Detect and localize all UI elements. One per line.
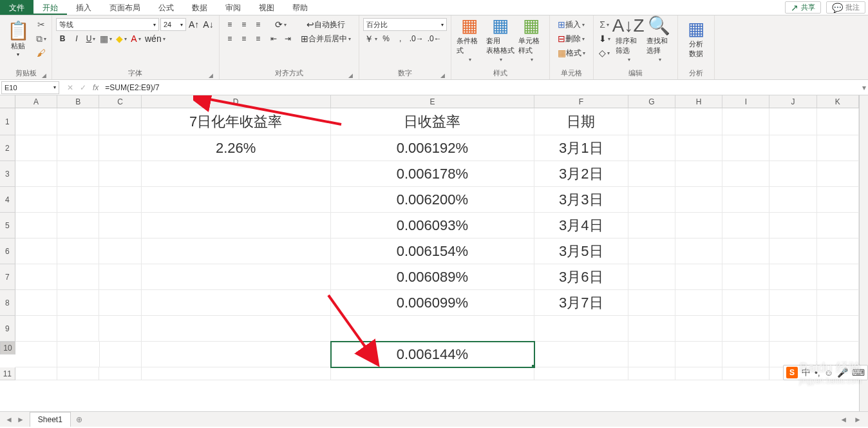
cell-E7[interactable]: 0.006089% — [331, 264, 535, 290]
cell-E11[interactable] — [331, 367, 535, 380]
formula-input[interactable]: =SUM(E2:E9)/7 — [102, 83, 860, 92]
cell-F10[interactable] — [534, 342, 628, 367]
font-color-button[interactable]: A — [129, 32, 142, 45]
cell-D3[interactable] — [142, 161, 331, 187]
sheet-prev-button[interactable]: ◄ — [5, 415, 13, 424]
cell-H10[interactable] — [675, 342, 722, 367]
align-left-button[interactable]: ≡ — [223, 32, 236, 45]
cell-I10[interactable] — [722, 342, 769, 367]
cell-A5[interactable] — [15, 213, 57, 238]
conditional-format-button[interactable]: ▦条件格式 — [455, 18, 484, 61]
cell-C7[interactable] — [99, 264, 141, 290]
cell-I3[interactable] — [722, 161, 769, 187]
col-header-H[interactable]: H — [675, 95, 722, 108]
cell-E9[interactable] — [331, 316, 535, 342]
cell-B3[interactable] — [57, 161, 99, 187]
cell-J3[interactable] — [769, 161, 816, 187]
cell-C6[interactable] — [99, 238, 141, 264]
cell-E2[interactable]: 0.006192% — [331, 135, 535, 161]
align-center-button[interactable]: ≡ — [238, 32, 250, 45]
merge-center-button[interactable]: ⊞合并后居中 — [297, 32, 355, 45]
col-header-I[interactable]: I — [722, 95, 769, 108]
tab-insert[interactable]: 插入 — [67, 0, 100, 15]
tab-data[interactable]: 数据 — [183, 0, 216, 15]
row-header-3[interactable]: 3 — [0, 161, 15, 187]
cell-I4[interactable] — [722, 187, 769, 213]
percent-button[interactable]: % — [380, 32, 393, 45]
col-header-G[interactable]: G — [628, 95, 675, 108]
cell-K3[interactable] — [817, 161, 859, 187]
ime-keyboard-icon[interactable]: ⌨ — [852, 367, 865, 378]
share-button[interactable]: ↗共享 — [785, 1, 821, 14]
cell-E1[interactable]: 日收益率 — [331, 108, 535, 135]
cell-F4[interactable]: 3月3日 — [534, 187, 628, 213]
cell-H9[interactable] — [675, 316, 722, 342]
comments-button[interactable]: 💬批注 — [826, 1, 865, 14]
cell-K9[interactable] — [817, 316, 859, 342]
ime-voice-icon[interactable]: 🎤 — [837, 367, 848, 378]
cell-F7[interactable]: 3月6日 — [534, 264, 628, 290]
font-dialog-launcher[interactable]: ◢ — [207, 70, 215, 78]
cell-G4[interactable] — [628, 187, 675, 213]
cell-J9[interactable] — [769, 316, 816, 342]
row-header-6[interactable]: 6 — [0, 238, 15, 264]
col-header-B[interactable]: B — [57, 95, 99, 108]
decrease-indent-button[interactable]: ⇤ — [267, 32, 280, 45]
cell-A3[interactable] — [15, 161, 57, 187]
cell-A4[interactable] — [15, 187, 57, 213]
cancel-formula-button[interactable]: ✕ — [64, 83, 76, 92]
cell-A11[interactable] — [15, 367, 57, 380]
cell-B11[interactable] — [57, 367, 99, 380]
cell-H5[interactable] — [675, 213, 722, 238]
cell-G6[interactable] — [628, 238, 675, 264]
fill-button[interactable]: ⬇ — [598, 32, 612, 45]
paste-button[interactable]: 📋 粘贴 ▾ — [4, 18, 32, 61]
ime-punct-icon[interactable]: •, — [815, 367, 820, 378]
cell-A10[interactable] — [15, 342, 57, 367]
row-header-5[interactable]: 5 — [0, 213, 15, 238]
align-middle-button[interactable]: ≡ — [238, 18, 250, 31]
number-format-select[interactable]: 百分比▾ — [363, 18, 447, 31]
cell-F3[interactable]: 3月2日 — [534, 161, 628, 187]
cell-I11[interactable] — [722, 367, 769, 380]
tab-help[interactable]: 帮助 — [283, 0, 317, 15]
cell-F8[interactable]: 3月7日 — [534, 290, 628, 316]
cell-J1[interactable] — [769, 108, 816, 135]
cell-styles-button[interactable]: ▦单元格样式 — [517, 18, 545, 61]
cell-I2[interactable] — [722, 135, 769, 161]
cell-D8[interactable] — [142, 290, 331, 316]
cell-I5[interactable] — [722, 213, 769, 238]
sheet-tab-1[interactable]: Sheet1 — [30, 412, 71, 427]
cell-D11[interactable] — [142, 367, 331, 380]
col-header-J[interactable]: J — [769, 95, 816, 108]
cell-C3[interactable] — [99, 161, 141, 187]
cell-D6[interactable] — [142, 238, 331, 264]
align-dialog-launcher[interactable]: ◢ — [347, 70, 355, 78]
cell-K4[interactable] — [817, 187, 859, 213]
cell-G1[interactable] — [628, 108, 675, 135]
cell-H3[interactable] — [675, 161, 722, 187]
cell-A2[interactable] — [15, 135, 57, 161]
cell-J10[interactable] — [769, 342, 816, 367]
cell-I7[interactable] — [722, 264, 769, 290]
tab-review[interactable]: 审阅 — [216, 0, 250, 15]
cell-E6[interactable]: 0.006154% — [331, 238, 535, 264]
align-right-button[interactable]: ≡ — [252, 32, 265, 45]
border-button[interactable]: ▦ — [99, 32, 113, 45]
cell-B9[interactable] — [57, 316, 99, 342]
col-header-F[interactable]: F — [534, 95, 628, 108]
cell-A8[interactable] — [15, 290, 57, 316]
cell-B4[interactable] — [57, 187, 99, 213]
find-select-button[interactable]: 🔍查找和选择 — [645, 18, 674, 61]
cell-G8[interactable] — [628, 290, 675, 316]
cell-H4[interactable] — [675, 187, 722, 213]
cell-K5[interactable] — [817, 213, 859, 238]
cell-E4[interactable]: 0.006200% — [331, 187, 535, 213]
cell-H2[interactable] — [675, 135, 722, 161]
font-size-select[interactable]: 24▾ — [160, 18, 186, 31]
cell-B5[interactable] — [57, 213, 99, 238]
cell-H8[interactable] — [675, 290, 722, 316]
cell-C11[interactable] — [99, 367, 141, 380]
cell-G3[interactable] — [628, 161, 675, 187]
align-bottom-button[interactable]: ≡ — [252, 18, 265, 31]
